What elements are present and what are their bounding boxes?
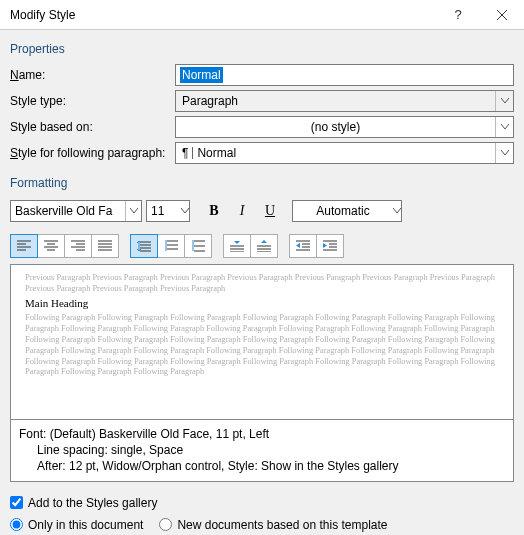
align-justify-icon xyxy=(98,240,112,252)
desc-line-2: Line spacing: single, Space xyxy=(19,442,505,458)
only-document-input[interactable] xyxy=(10,518,23,531)
new-documents-input[interactable] xyxy=(159,518,172,531)
space-before-dec-button[interactable] xyxy=(250,234,278,258)
add-to-gallery-checkbox[interactable]: Add to the Styles gallery xyxy=(10,496,514,510)
align-right-button[interactable] xyxy=(64,234,92,258)
align-right-icon xyxy=(71,240,85,252)
chevron-down-icon xyxy=(393,208,401,214)
spacing-1-button[interactable] xyxy=(130,234,158,258)
line-spacing-15-icon xyxy=(164,240,178,252)
dialog-title: Modify Style xyxy=(10,8,436,22)
chevron-down-icon xyxy=(181,208,189,214)
underline-button[interactable]: U xyxy=(258,200,282,222)
size-select[interactable]: 11 xyxy=(146,200,190,222)
based-on-label: Style based on: xyxy=(10,120,175,134)
desc-line-1: Font: (Default) Baskerville Old Face, 11… xyxy=(19,426,505,442)
name-label: Name: xyxy=(10,68,175,82)
following-select[interactable]: ¶Normal xyxy=(175,142,514,164)
align-center-icon xyxy=(44,240,58,252)
indent-dec-button[interactable] xyxy=(289,234,317,258)
close-button[interactable] xyxy=(480,0,524,30)
preview-heading: Main Heading xyxy=(25,297,499,309)
indent-dec-icon xyxy=(296,240,310,252)
preview-prev: Previous Paragraph Previous Paragraph Pr… xyxy=(25,273,499,295)
only-document-radio[interactable]: Only in this document xyxy=(10,518,143,532)
new-documents-radio[interactable]: New documents based on this template xyxy=(159,518,387,532)
align-center-button[interactable] xyxy=(37,234,65,258)
line-spacing-2-icon xyxy=(191,240,205,252)
spacing-15-button[interactable] xyxy=(157,234,185,258)
chevron-down-icon xyxy=(495,91,513,111)
chevron-down-icon xyxy=(125,201,141,221)
align-left-icon xyxy=(17,240,31,252)
line-spacing-1-icon xyxy=(137,240,151,252)
help-button[interactable]: ? xyxy=(436,0,480,30)
based-on-select[interactable]: (no style) xyxy=(175,116,514,138)
spacing-2-button[interactable] xyxy=(184,234,212,258)
bold-button[interactable]: B xyxy=(202,200,226,222)
space-before-inc-button[interactable] xyxy=(223,234,251,258)
font-select[interactable]: Baskerville Old Fa xyxy=(10,200,142,222)
desc-line-3: After: 12 pt, Widow/Orphan control, Styl… xyxy=(19,458,505,474)
space-before-inc-icon xyxy=(230,240,244,252)
align-justify-button[interactable] xyxy=(91,234,119,258)
name-input[interactable]: Normal xyxy=(175,64,514,86)
title-bar: Modify Style ? xyxy=(0,0,524,30)
chevron-down-icon xyxy=(495,143,513,163)
close-icon xyxy=(497,10,507,20)
align-left-button[interactable] xyxy=(10,234,38,258)
preview-follow: Following Paragraph Following Paragraph … xyxy=(25,313,499,379)
chevron-down-icon xyxy=(495,117,513,137)
space-before-dec-icon xyxy=(257,240,271,252)
style-type-select[interactable]: Paragraph xyxy=(175,90,514,112)
properties-label: Properties xyxy=(10,42,514,56)
font-color-select[interactable]: Automatic xyxy=(292,200,402,222)
formatting-label: Formatting xyxy=(10,176,514,190)
italic-button[interactable]: I xyxy=(230,200,254,222)
following-label: Style for following paragraph: xyxy=(10,146,175,160)
description-box: Font: (Default) Baskerville Old Face, 11… xyxy=(10,420,514,482)
preview-box: Previous Paragraph Previous Paragraph Pr… xyxy=(10,264,514,420)
style-type-label: Style type: xyxy=(10,94,175,108)
indent-inc-icon xyxy=(323,240,337,252)
add-to-gallery-input[interactable] xyxy=(10,496,23,509)
indent-inc-button[interactable] xyxy=(316,234,344,258)
